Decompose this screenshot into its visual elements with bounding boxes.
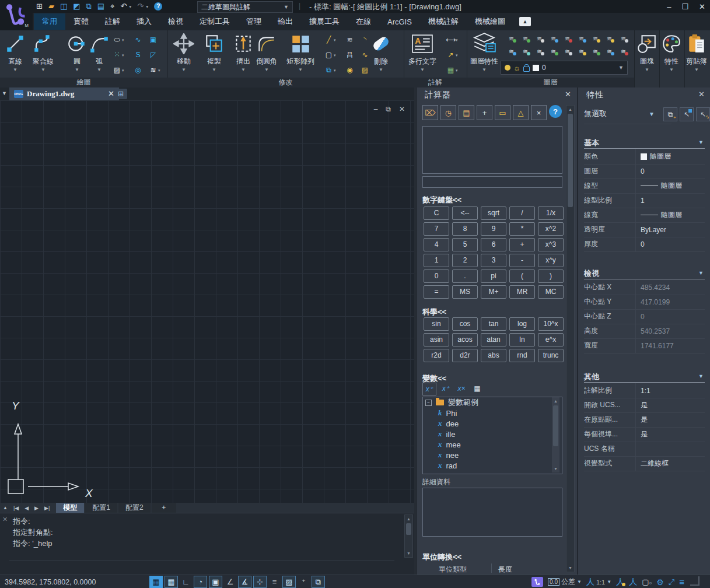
calc-key-dot[interactable]: .: [452, 270, 478, 283]
scroll-up-icon[interactable]: ▲: [405, 515, 412, 523]
calc-key-MC[interactable]: MC: [538, 285, 564, 299]
boundary-icon[interactable]: ▣: [148, 35, 158, 45]
sci-key-asin[interactable]: asin: [424, 333, 449, 346]
dropdown-arrow-icon[interactable]: ▼: [264, 67, 269, 72]
layout-first-icon[interactable]: |◀: [11, 505, 22, 511]
prop-row-color[interactable]: 顏色隨圖層: [584, 149, 705, 164]
calculator-input[interactable]: [422, 176, 562, 188]
layout-tab-model[interactable]: 模型: [56, 503, 84, 513]
calc-key-2[interactable]: 2: [452, 254, 478, 267]
calc-key-7[interactable]: 7: [424, 222, 449, 236]
sci-key-10cx[interactable]: 10^x: [538, 317, 564, 331]
scroll-down-icon[interactable]: ▼: [405, 550, 412, 557]
prop-value-linetype-scale[interactable]: 1: [636, 197, 645, 205]
dropdown-arrow-icon[interactable]: ▼: [645, 67, 649, 72]
prop-value-center-z[interactable]: 0: [636, 313, 645, 321]
ellipse-icon[interactable]: ⬭: [112, 35, 122, 45]
prop-value-center-y[interactable]: 417.0199: [636, 298, 670, 306]
variable-item-phi[interactable]: kPhi: [423, 408, 562, 418]
auto-annotation-icon[interactable]: 人: [629, 577, 637, 587]
polyline-edit-icon[interactable]: ∿: [360, 50, 370, 60]
variable-item-ille[interactable]: xille: [423, 429, 562, 439]
new-layout-button[interactable]: +: [152, 503, 176, 513]
fillet-button[interactable]: 倒圓角▼: [256, 33, 277, 72]
new-document-button[interactable]: ⊞: [114, 89, 127, 99]
brand-status-icon[interactable]: [531, 577, 543, 587]
prop-value-ucs-per-viewport[interactable]: 是: [636, 429, 648, 439]
layer-tool-icon-9[interactable]: ≋: [505, 47, 517, 57]
sci-key-d2r[interactable]: d2r: [452, 349, 478, 362]
calc-key-sqrt[interactable]: sqrt: [481, 206, 506, 220]
maximize-button[interactable]: ☐: [681, 2, 688, 11]
numpad-section-label[interactable]: 數字鍵盤<<: [422, 195, 461, 205]
menu-tab-custom-tools[interactable]: 定制工具: [191, 13, 238, 30]
menu-tab-mech-draw[interactable]: 機械繪圖: [467, 13, 513, 30]
layer-tool-icon-8[interactable]: ≋: [617, 34, 629, 44]
properties-close-icon[interactable]: ✕: [698, 90, 705, 99]
calc-key-C[interactable]: C: [424, 206, 449, 220]
delete-variable-icon[interactable]: x×: [455, 383, 468, 394]
dropdown-arrow-icon[interactable]: ▼: [97, 67, 102, 72]
prop-row-linetype-scale[interactable]: 線型比例1: [584, 193, 705, 208]
dropdown-arrow-icon[interactable]: ▾: [456, 53, 460, 58]
variable-item-vee[interactable]: xvee: [423, 471, 562, 474]
redo-icon[interactable]: ↷: [137, 0, 144, 13]
calc-key-1[interactable]: 1: [424, 254, 449, 267]
prop-row-center-z[interactable]: 中心點 Z0: [584, 309, 705, 324]
stretch-button[interactable]: 擠出▼: [233, 33, 254, 72]
mtext-button[interactable]: A多行文字▼: [408, 33, 436, 72]
variables-tree[interactable]: − 變數範例kPhixdeexillexmeexneexradxvee: [422, 397, 562, 474]
menu-tab-insert[interactable]: 插入: [128, 13, 160, 30]
donut-icon[interactable]: ◎: [133, 65, 143, 75]
prop-value-annotation-scale[interactable]: 1:1: [636, 387, 650, 395]
revision-cloud-edit-icon[interactable]: ≋: [345, 35, 355, 45]
prop-value-visual-style[interactable]: 二維線框: [636, 459, 669, 468]
intersection-icon[interactable]: ×: [531, 105, 547, 120]
layer-tool-icon-1[interactable]: ≋: [519, 34, 531, 44]
calc-key-pi[interactable]: pi: [481, 270, 506, 283]
prop-value-color[interactable]: 隨圖層: [636, 152, 671, 162]
menu-tab-solid[interactable]: 實體: [65, 13, 97, 30]
calc-key-MR[interactable]: MR: [509, 285, 535, 299]
dropdown-arrow-icon[interactable]: ▾: [158, 68, 163, 73]
resize-grip[interactable]: [690, 576, 699, 586]
sci-key-atan[interactable]: atan: [481, 333, 506, 346]
spline-icon[interactable]: ∿: [133, 35, 143, 45]
scale-icon[interactable]: ▢: [324, 50, 334, 60]
layer-tool-icon-16[interactable]: ≋: [603, 47, 615, 57]
layer-freeze-icon[interactable]: ☼: [513, 64, 520, 72]
prop-value-layer[interactable]: 0: [636, 167, 645, 176]
layout-next-icon[interactable]: ▶: [32, 505, 41, 511]
calc-key-MS[interactable]: MS: [452, 285, 478, 299]
command-close-icon[interactable]: ✕: [2, 516, 8, 523]
prop-row-lineweight[interactable]: 線寬隨圖層: [584, 208, 705, 223]
sci-key-acos[interactable]: acos: [452, 333, 478, 346]
dropdown-arrow-icon[interactable]: ▼: [420, 67, 425, 72]
calc-key-mul[interactable]: *: [509, 222, 535, 236]
dropdown-arrow-icon[interactable]: ▼: [212, 67, 216, 72]
annotation-scale-control[interactable]: 人 1:1 ▼: [586, 577, 611, 587]
circle-button[interactable]: 圓▼: [67, 33, 88, 72]
toggle-pickadd-icon[interactable]: ↖ϟ: [696, 107, 710, 121]
calc-key-ltminusminus[interactable]: <--: [452, 206, 478, 220]
calc-key-plus[interactable]: +: [509, 238, 535, 251]
menu-tab-express-tools[interactable]: 擴展工具: [301, 13, 348, 30]
drawing-restore-icon[interactable]: ⧉: [386, 105, 391, 113]
command-expand-icon[interactable]: ▲: [0, 505, 11, 510]
history-icon[interactable]: ◷: [440, 105, 456, 120]
hatch-icon[interactable]: ▨: [112, 65, 122, 75]
table-icon[interactable]: ▦: [446, 65, 456, 75]
prop-value-thickness[interactable]: 0: [636, 240, 645, 249]
help-icon[interactable]: ?: [549, 105, 562, 118]
dropdown-arrow-icon[interactable]: ▼: [181, 67, 186, 72]
prop-value-ucs-icon-origin[interactable]: 是: [636, 415, 648, 425]
chevron-down-icon[interactable]: ▼: [618, 65, 624, 71]
fullscreen-icon[interactable]: ⤢: [669, 578, 674, 587]
unit-type-value[interactable]: 長度: [498, 565, 512, 575]
clean-screen-icon[interactable]: ⌖: [110, 0, 114, 13]
prop-row-center-x[interactable]: 中心點 X485.4234: [584, 280, 705, 295]
prop-row-ucs-per-viewport[interactable]: 每個視埠...是: [584, 427, 705, 442]
prop-value-linetype[interactable]: 隨圖層: [636, 181, 682, 191]
object-snap-toggle[interactable]: ▣: [209, 576, 222, 588]
erase-button[interactable]: 刪除▼: [373, 33, 389, 72]
